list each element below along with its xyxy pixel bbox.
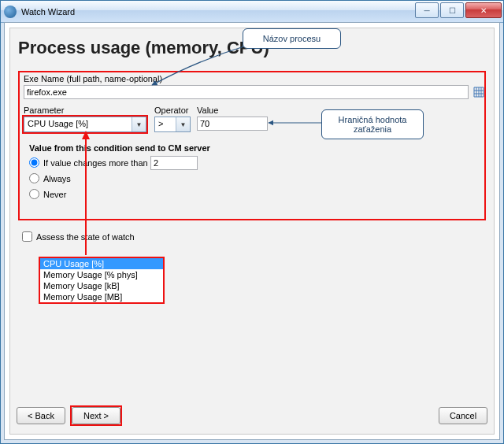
radio-always[interactable]: Always (29, 173, 71, 183)
operator-combo[interactable]: > ▼ (154, 117, 191, 132)
window-title: Watch Wizard (21, 7, 75, 17)
dropdown-item[interactable]: CPU Usage [%] (40, 258, 163, 269)
radio-if-change-input[interactable] (29, 157, 39, 168)
dropdown-item[interactable]: Memory Usage [% phys] (40, 269, 163, 280)
client-area: Process usage (memory, CPU) Názov proces… (4, 22, 500, 440)
titlebar[interactable]: Watch Wizard ─ ☐ ✕ (1, 1, 503, 23)
operator-value: > (158, 119, 163, 128)
chevron-down-icon[interactable]: ▼ (176, 117, 190, 131)
radio-if-change[interactable]: If value changes more than (29, 157, 148, 168)
assess-checkbox-input[interactable] (22, 231, 32, 242)
maximize-button[interactable]: ☐ (440, 2, 464, 18)
minimize-button[interactable]: ─ (415, 2, 439, 18)
change-threshold-input[interactable] (150, 156, 198, 170)
value-label: Value (197, 105, 218, 115)
assess-checkbox[interactable]: Assess the state of watch (22, 231, 135, 242)
value-input[interactable] (197, 117, 268, 131)
window-frame: Watch Wizard ─ ☐ ✕ Process usage (memory… (0, 0, 504, 444)
next-button[interactable]: Next > (72, 407, 120, 424)
browse-icon[interactable] (473, 87, 484, 98)
parameter-combo[interactable]: CPU Usage [%] ▼ (24, 117, 146, 132)
parameter-dropdown-list[interactable]: CPU Usage [%] Memory Usage [% phys] Memo… (39, 257, 165, 304)
callout-threshold: Hraničná hodnota zaťaženia (321, 109, 424, 139)
callout-process-name: Názov procesu (243, 28, 341, 49)
window-buttons: ─ ☐ ✕ (413, 2, 502, 18)
radio-never[interactable]: Never (29, 189, 66, 199)
wizard-button-bar: < Back Next > Cancel (17, 407, 487, 427)
cancel-button[interactable]: Cancel (439, 407, 487, 424)
exe-name-label: Exe Name (full path, name-optional) (24, 74, 162, 83)
app-icon (4, 6, 17, 18)
close-button[interactable]: ✕ (465, 2, 502, 18)
radio-never-input[interactable] (29, 189, 39, 199)
parameter-value: CPU Usage [%] (28, 119, 88, 128)
back-button[interactable]: < Back (17, 407, 65, 424)
radio-always-input[interactable] (29, 173, 39, 183)
form-panel: Process usage (memory, CPU) Názov proces… (9, 28, 495, 435)
dropdown-item[interactable]: Memory Usage [kB] (40, 280, 163, 291)
page-title: Process usage (memory, CPU) (18, 38, 269, 58)
chevron-down-icon[interactable]: ▼ (132, 117, 146, 131)
dropdown-item[interactable]: Memory Usage [MB] (40, 291, 163, 302)
send-group-title: Value from this condition send to CM ser… (29, 143, 210, 153)
operator-label: Operator (154, 105, 188, 115)
parameter-label: Parameter (24, 105, 64, 115)
exe-name-input[interactable] (24, 85, 469, 99)
